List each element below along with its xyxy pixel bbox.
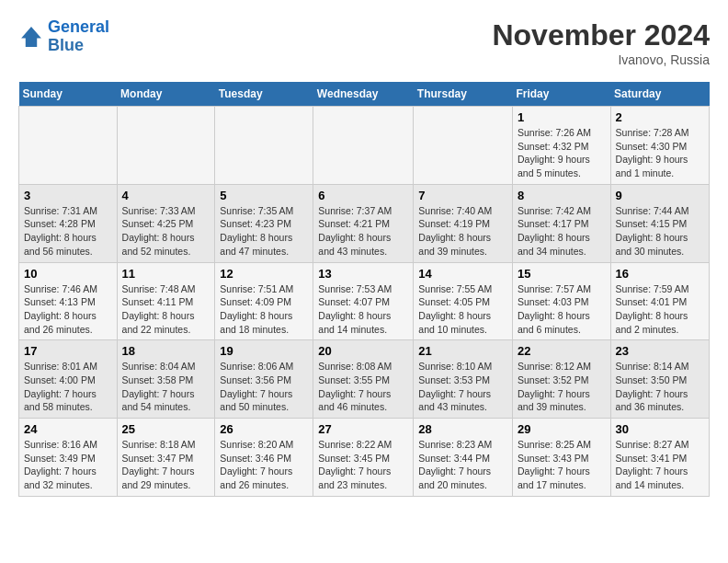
week-row-1: 1Sunrise: 7:26 AM Sunset: 4:32 PM Daylig… (19, 107, 710, 185)
day-number: 10 (24, 267, 112, 281)
calendar-cell: 6Sunrise: 7:37 AM Sunset: 4:21 PM Daylig… (313, 184, 414, 262)
day-number: 16 (616, 267, 704, 281)
logo: General Blue (18, 18, 109, 55)
calendar-cell: 15Sunrise: 7:57 AM Sunset: 4:03 PM Dayli… (512, 262, 610, 340)
day-info: Sunrise: 7:57 AM Sunset: 4:03 PM Dayligh… (518, 282, 606, 337)
day-info: Sunrise: 8:16 AM Sunset: 3:49 PM Dayligh… (24, 438, 112, 492)
day-number: 26 (220, 422, 308, 436)
col-header-saturday: Saturday (610, 82, 709, 107)
calendar-cell: 30Sunrise: 8:27 AM Sunset: 3:41 PM Dayli… (610, 419, 709, 497)
week-row-3: 10Sunrise: 7:46 AM Sunset: 4:13 PM Dayli… (19, 262, 710, 340)
calendar-cell: 11Sunrise: 7:48 AM Sunset: 4:11 PM Dayli… (117, 262, 215, 340)
col-header-wednesday: Wednesday (313, 82, 414, 107)
week-row-4: 17Sunrise: 8:01 AM Sunset: 4:00 PM Dayli… (19, 340, 710, 419)
day-info: Sunrise: 8:04 AM Sunset: 3:58 PM Dayligh… (122, 360, 210, 414)
day-info: Sunrise: 7:33 AM Sunset: 4:25 PM Dayligh… (122, 204, 210, 259)
calendar-cell: 28Sunrise: 8:23 AM Sunset: 3:44 PM Dayli… (414, 419, 513, 497)
day-number: 7 (418, 189, 507, 202)
calendar-cell: 10Sunrise: 7:46 AM Sunset: 4:13 PM Dayli… (19, 262, 118, 340)
calendar-cell: 26Sunrise: 8:20 AM Sunset: 3:46 PM Dayli… (215, 419, 313, 497)
day-number: 2 (616, 110, 704, 124)
day-info: Sunrise: 8:12 AM Sunset: 3:52 PM Dayligh… (518, 360, 606, 414)
day-info: Sunrise: 7:28 AM Sunset: 4:30 PM Dayligh… (616, 126, 704, 180)
calendar-header-row: SundayMondayTuesdayWednesdayThursdayFrid… (19, 82, 710, 107)
day-info: Sunrise: 7:48 AM Sunset: 4:11 PM Dayligh… (122, 282, 210, 337)
day-number: 4 (122, 189, 210, 202)
location-subtitle: Ivanovo, Russia (492, 52, 710, 67)
calendar-cell: 16Sunrise: 7:59 AM Sunset: 4:01 PM Dayli… (610, 262, 709, 340)
calendar-cell: 25Sunrise: 8:18 AM Sunset: 3:47 PM Dayli… (117, 419, 215, 497)
calendar-cell: 29Sunrise: 8:25 AM Sunset: 3:43 PM Dayli… (512, 419, 610, 497)
day-number: 17 (24, 344, 112, 358)
calendar-cell: 24Sunrise: 8:16 AM Sunset: 3:49 PM Dayli… (19, 419, 118, 497)
day-number: 5 (220, 189, 308, 202)
calendar-cell: 23Sunrise: 8:14 AM Sunset: 3:50 PM Dayli… (610, 340, 709, 419)
logo-line1: General (48, 17, 109, 36)
page-header: General Blue November 2024 Ivanovo, Russ… (18, 18, 710, 67)
logo-line2: Blue (48, 36, 84, 54)
calendar-cell: 4Sunrise: 7:33 AM Sunset: 4:25 PM Daylig… (117, 184, 215, 262)
day-info: Sunrise: 7:55 AM Sunset: 4:05 PM Dayligh… (418, 282, 507, 337)
calendar-cell: 22Sunrise: 8:12 AM Sunset: 3:52 PM Dayli… (512, 340, 610, 419)
calendar-cell: 14Sunrise: 7:55 AM Sunset: 4:05 PM Dayli… (414, 262, 513, 340)
col-header-thursday: Thursday (414, 82, 513, 107)
day-info: Sunrise: 8:27 AM Sunset: 3:41 PM Dayligh… (616, 438, 704, 492)
day-number: 11 (122, 267, 210, 281)
day-info: Sunrise: 8:25 AM Sunset: 3:43 PM Dayligh… (518, 438, 606, 492)
day-info: Sunrise: 7:46 AM Sunset: 4:13 PM Dayligh… (24, 282, 112, 337)
day-number: 30 (616, 422, 704, 436)
svg-marker-0 (21, 27, 41, 47)
day-number: 24 (24, 422, 112, 436)
day-info: Sunrise: 7:26 AM Sunset: 4:32 PM Dayligh… (518, 126, 606, 180)
calendar-cell: 8Sunrise: 7:42 AM Sunset: 4:17 PM Daylig… (512, 184, 610, 262)
day-info: Sunrise: 7:40 AM Sunset: 4:19 PM Dayligh… (418, 204, 507, 259)
calendar-cell: 2Sunrise: 7:28 AM Sunset: 4:30 PM Daylig… (610, 107, 709, 185)
col-header-friday: Friday (512, 82, 610, 107)
day-number: 6 (318, 189, 408, 202)
day-number: 23 (616, 344, 704, 358)
calendar-cell: 21Sunrise: 8:10 AM Sunset: 3:53 PM Dayli… (414, 340, 513, 419)
week-row-2: 3Sunrise: 7:31 AM Sunset: 4:28 PM Daylig… (19, 184, 710, 262)
calendar-cell: 18Sunrise: 8:04 AM Sunset: 3:58 PM Dayli… (117, 340, 215, 419)
calendar-cell: 12Sunrise: 7:51 AM Sunset: 4:09 PM Dayli… (215, 262, 313, 340)
col-header-tuesday: Tuesday (215, 82, 313, 107)
calendar-cell (414, 107, 513, 185)
week-row-5: 24Sunrise: 8:16 AM Sunset: 3:49 PM Dayli… (19, 419, 710, 497)
day-number: 15 (518, 267, 606, 281)
day-info: Sunrise: 8:23 AM Sunset: 3:44 PM Dayligh… (418, 438, 507, 492)
day-info: Sunrise: 8:14 AM Sunset: 3:50 PM Dayligh… (616, 360, 704, 414)
calendar-cell: 3Sunrise: 7:31 AM Sunset: 4:28 PM Daylig… (19, 184, 118, 262)
day-info: Sunrise: 7:51 AM Sunset: 4:09 PM Dayligh… (220, 282, 308, 337)
day-number: 13 (318, 267, 408, 281)
day-number: 12 (220, 267, 308, 281)
day-info: Sunrise: 8:22 AM Sunset: 3:45 PM Dayligh… (318, 438, 408, 492)
day-info: Sunrise: 7:59 AM Sunset: 4:01 PM Dayligh… (616, 282, 704, 337)
calendar-cell (117, 107, 215, 185)
day-info: Sunrise: 8:10 AM Sunset: 3:53 PM Dayligh… (418, 360, 507, 414)
day-number: 25 (122, 422, 210, 436)
day-number: 20 (318, 344, 408, 358)
day-number: 9 (616, 189, 704, 202)
calendar-cell: 7Sunrise: 7:40 AM Sunset: 4:19 PM Daylig… (414, 184, 513, 262)
calendar-cell (215, 107, 313, 185)
day-number: 21 (418, 344, 507, 358)
day-info: Sunrise: 8:08 AM Sunset: 3:55 PM Dayligh… (318, 360, 408, 414)
calendar-cell: 13Sunrise: 7:53 AM Sunset: 4:07 PM Dayli… (313, 262, 414, 340)
day-info: Sunrise: 8:06 AM Sunset: 3:56 PM Dayligh… (220, 360, 308, 414)
calendar-table: SundayMondayTuesdayWednesdayThursdayFrid… (18, 82, 710, 497)
day-info: Sunrise: 7:53 AM Sunset: 4:07 PM Dayligh… (318, 282, 408, 337)
day-info: Sunrise: 8:18 AM Sunset: 3:47 PM Dayligh… (122, 438, 210, 492)
day-info: Sunrise: 8:20 AM Sunset: 3:46 PM Dayligh… (220, 438, 308, 492)
day-info: Sunrise: 7:44 AM Sunset: 4:15 PM Dayligh… (616, 204, 704, 259)
day-number: 29 (518, 422, 606, 436)
day-number: 3 (24, 189, 112, 202)
day-number: 8 (518, 189, 606, 202)
day-number: 14 (418, 267, 507, 281)
day-number: 18 (122, 344, 210, 358)
day-info: Sunrise: 7:35 AM Sunset: 4:23 PM Dayligh… (220, 204, 308, 259)
title-area: November 2024 Ivanovo, Russia (492, 18, 710, 67)
day-number: 27 (318, 422, 408, 436)
calendar-body: 1Sunrise: 7:26 AM Sunset: 4:32 PM Daylig… (19, 107, 710, 497)
logo-text: General Blue (48, 18, 109, 55)
logo-icon (18, 24, 44, 50)
